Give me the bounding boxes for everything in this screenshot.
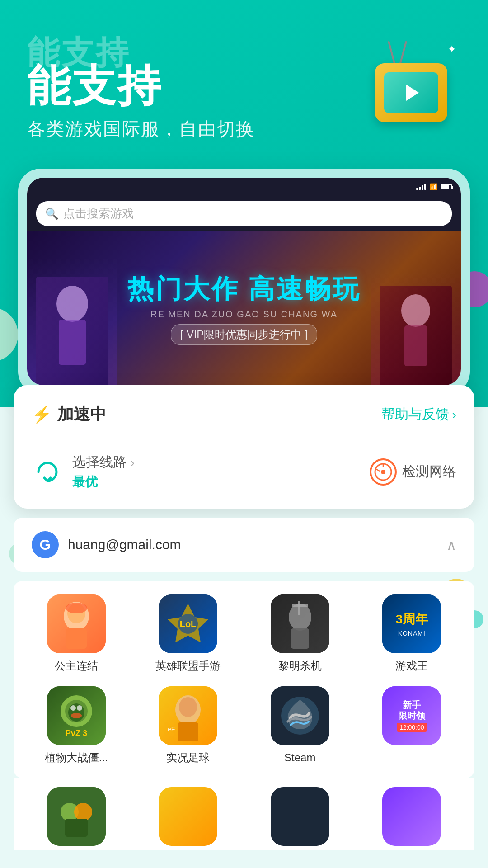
svg-text:PvZ 3: PvZ 3 xyxy=(66,729,87,738)
phone-frame: 📶 🔍 点击搜索游戏 xyxy=(18,169,470,394)
accel-label: 加速中 xyxy=(57,403,106,425)
route-row: 选择线路 › 最优 检测网络 xyxy=(32,439,456,491)
game-item-bottom-3[interactable] xyxy=(251,787,349,846)
banner-content: 热门大作 高速畅玩 RE MEN DA ZUO GAO SU CHANG WA … xyxy=(127,272,361,345)
newbie-badge: 新手限时领 12:00:00 xyxy=(382,686,441,745)
avatar-initial: G xyxy=(40,537,51,553)
help-link[interactable]: 帮助与反馈 › xyxy=(381,405,456,424)
game-label-steam: Steam xyxy=(284,750,315,764)
game-label-soccer: 实况足球 xyxy=(166,750,210,764)
refresh-icon[interactable] xyxy=(32,456,63,488)
search-bar[interactable]: 🔍 点击搜索游戏 xyxy=(27,196,461,231)
game-item-bottom-4[interactable] xyxy=(363,787,461,846)
game-item-plants[interactable]: PvZ 3 植物大战僵... xyxy=(27,686,126,764)
signal-bar-1 xyxy=(416,188,418,190)
game-icon-bottom-1 xyxy=(47,787,106,846)
svg-point-35 xyxy=(179,697,197,717)
game-label-lol: 英雄联盟手游 xyxy=(155,659,221,673)
svg-point-31 xyxy=(71,713,82,718)
detect-label: 检测网络 xyxy=(402,462,456,481)
svg-rect-23 xyxy=(298,601,300,615)
game-icon-steam xyxy=(271,686,329,745)
game-item-dawn[interactable]: 黎明杀机 xyxy=(251,594,349,673)
battery-fill xyxy=(442,185,449,189)
status-panel: ⚡ 加速中 帮助与反馈 › 选择线路 › 最优 xyxy=(14,385,474,509)
game-icon-dawn xyxy=(271,594,329,653)
game-item-steam[interactable]: Steam xyxy=(251,686,349,764)
detect-network-button[interactable]: 检测网络 xyxy=(370,458,456,486)
game-item-bottom-1[interactable] xyxy=(27,787,126,846)
game-icon-bottom-4 xyxy=(382,787,441,846)
phone-screen: 📶 🔍 点击搜索游戏 xyxy=(27,178,461,385)
games-bottom-row xyxy=(14,778,474,850)
phone-mockup: 📶 🔍 点击搜索游戏 xyxy=(18,169,470,394)
signal-bar-4 xyxy=(424,184,426,190)
game-icon-bottom-3 xyxy=(271,787,329,846)
search-icon: 🔍 xyxy=(45,208,59,220)
header-text: 能支持 能支持 各类游戏国际服，自由切换 xyxy=(27,36,361,142)
game-icon-newbie: 新手限时领 12:00:00 xyxy=(382,686,441,745)
game-label-plants: 植物大战僵... xyxy=(45,750,108,764)
accel-left: ⚡ 加速中 xyxy=(32,403,106,425)
game-icon-princess xyxy=(47,594,106,653)
route-chevron: › xyxy=(130,455,135,470)
svg-rect-43 xyxy=(65,819,88,837)
tv-icon: ✦ xyxy=(361,41,461,131)
svg-point-28 xyxy=(68,703,84,722)
google-avatar: G xyxy=(32,531,59,558)
signal-bar-3 xyxy=(422,185,423,190)
accel-row: ⚡ 加速中 帮助与反馈 › xyxy=(32,403,456,439)
signal-icon xyxy=(416,184,426,190)
game-banner[interactable]: 热门大作 高速畅玩 RE MEN DA ZUO GAO SU CHANG WA … xyxy=(27,231,461,385)
route-info: 选择线路 › 最优 xyxy=(72,453,135,491)
help-text: 帮助与反馈 xyxy=(381,405,449,424)
banner-char-left xyxy=(27,259,117,385)
svg-rect-5 xyxy=(404,326,427,366)
game-item-lol[interactable]: LoL 英雄联盟手游 xyxy=(139,594,238,673)
yugioh-badge: 3周年 KONAMI xyxy=(382,594,441,653)
game-icon-bottom-2 xyxy=(159,787,217,846)
game-label-princess: 公主连结 xyxy=(55,659,98,673)
search-placeholder: 点击搜索游戏 xyxy=(63,206,134,222)
svg-point-30 xyxy=(77,705,82,711)
header-section: 能支持 能支持 各类游戏国际服，自由切换 ✦ xyxy=(0,0,488,160)
svg-point-14 xyxy=(66,603,87,613)
search-input-box[interactable]: 🔍 点击搜索游戏 xyxy=(36,201,452,226)
account-section[interactable]: G huang@gmail.com ∧ xyxy=(14,518,474,572)
svg-point-1 xyxy=(56,286,88,322)
tv-antenna-left xyxy=(388,41,396,65)
game-item-princess[interactable]: 公主连结 xyxy=(27,594,126,673)
battery-icon xyxy=(441,184,452,189)
svg-point-4 xyxy=(401,294,430,327)
route-title-text: 选择线路 xyxy=(72,453,127,472)
svg-rect-22 xyxy=(291,628,309,649)
game-item-yugioh[interactable]: 3周年 KONAMI 游戏王 xyxy=(363,594,461,673)
tv-screen xyxy=(384,72,438,113)
newbie-badge-text: 新手限时领 xyxy=(398,699,425,721)
game-label-yugioh: 游戏王 xyxy=(395,659,428,673)
sparkle-decoration: ✦ xyxy=(447,43,456,56)
svg-point-42 xyxy=(74,803,92,821)
route-title[interactable]: 选择线路 › xyxy=(72,453,135,472)
svg-point-7 xyxy=(381,470,385,474)
signal-bar-2 xyxy=(419,187,421,190)
header-main-text: 能支持 xyxy=(27,64,361,108)
games-section: 公主连结 LoL 英雄联盟手游 xyxy=(14,581,474,778)
banner-title: 热门大作 高速畅玩 xyxy=(127,272,361,307)
svg-rect-2 xyxy=(59,320,86,365)
game-item-soccer[interactable]: eF 实况足球 xyxy=(139,686,238,764)
svg-line-9 xyxy=(376,469,380,471)
game-item-newbie[interactable]: 新手限时领 12:00:00 xyxy=(363,686,461,764)
game-label-dawn: 黎明杀机 xyxy=(278,659,322,673)
svg-rect-36 xyxy=(178,722,198,741)
svg-point-29 xyxy=(70,705,76,711)
svg-text:eF: eF xyxy=(168,726,175,733)
svg-rect-13 xyxy=(66,628,87,649)
banner-char-right xyxy=(371,272,461,385)
account-chevron-up[interactable]: ∧ xyxy=(446,537,456,553)
games-grid: 公主连结 LoL 英雄联盟手游 xyxy=(27,594,461,764)
account-left: G huang@gmail.com xyxy=(32,531,181,558)
help-chevron: › xyxy=(452,407,456,422)
game-item-bottom-2[interactable] xyxy=(139,787,238,846)
banner-pinyin: RE MEN DA ZUO GAO SU CHANG WA xyxy=(127,309,361,320)
